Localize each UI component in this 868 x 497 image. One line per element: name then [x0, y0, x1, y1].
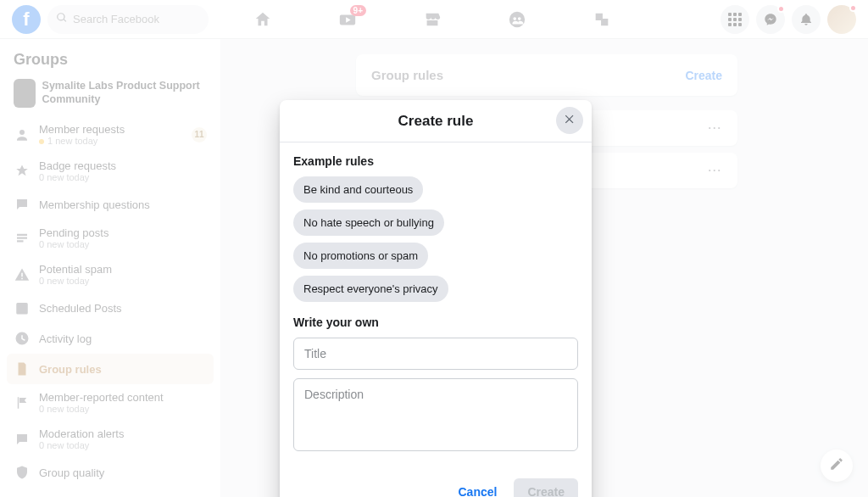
rule-more-icon[interactable]: ··· [709, 165, 722, 176]
sidebar-item-label: Moderation alerts [39, 427, 124, 440]
alert-icon [14, 431, 31, 448]
pending-icon [14, 230, 31, 247]
nav-marketplace[interactable] [407, 0, 458, 39]
badge-icon [14, 163, 31, 180]
sidebar-item-pending-posts[interactable]: Pending posts 0 new today [7, 220, 214, 256]
sidebar-item-subtext: 1 new today [39, 136, 125, 146]
edit-icon [829, 456, 844, 475]
sidebar-item-label: Member-reported content [39, 391, 164, 404]
sidebar-item-group-rules[interactable]: Group rules [7, 354, 214, 384]
modal-title: Create rule [398, 113, 474, 130]
sidebar-item-badge: 11 [192, 127, 207, 142]
sidebar-item-group-quality[interactable]: Group quality [7, 457, 214, 488]
rule-more-icon[interactable]: ··· [709, 122, 722, 134]
nav-groups[interactable] [492, 0, 542, 39]
shield-icon [14, 464, 31, 481]
center-nav: 9+ [237, 0, 627, 39]
flag-icon [14, 394, 31, 411]
cancel-button[interactable]: Cancel [446, 478, 509, 497]
sidebar-item-activity-log[interactable]: Activity log [7, 323, 214, 354]
sidebar-item-grow-group[interactable]: Grow group [7, 488, 214, 497]
sidebar-item-subtext: 0 new today [39, 440, 124, 450]
sidebar-item-label: Scheduled Posts [39, 302, 122, 315]
modal-body: Example rules Be kind and courteous No h… [280, 142, 592, 470]
close-icon [564, 113, 576, 129]
group-rules-heading: Group rules [371, 68, 443, 82]
sidebar-item-member-requests[interactable]: Member requests 1 new today 11 [7, 116, 214, 153]
sidebar-item-label: Group quality [39, 466, 104, 479]
sidebar-item-moderation-alerts[interactable]: Moderation alerts 0 new today [7, 421, 214, 457]
messenger-button[interactable] [756, 5, 785, 34]
rule-description-input[interactable] [293, 378, 578, 451]
group-name: Symalite Labs Product Support Community [42, 80, 207, 106]
sidebar-item-label: Membership questions [39, 198, 150, 211]
rule-title-input[interactable] [293, 338, 578, 370]
write-your-own-label: Write your own [293, 316, 578, 329]
group-rules-card: Group rules Create [356, 54, 737, 96]
sidebar-item-label: Group rules [39, 363, 102, 376]
search-icon [56, 12, 68, 27]
sidebar-item-subtext: 0 new today [39, 276, 112, 286]
sidebar-item-label: Badge requests [39, 159, 116, 172]
example-rule-chip[interactable]: Be kind and courteous [293, 176, 423, 203]
sidebar-item-membership-questions[interactable]: Membership questions [7, 189, 214, 220]
create-button[interactable]: Create [514, 478, 578, 497]
grid-icon [728, 13, 742, 26]
nav-home[interactable] [237, 0, 288, 39]
sidebar-item-label: Activity log [39, 332, 92, 345]
group-header[interactable]: Symalite Labs Product Support Community [7, 75, 214, 116]
question-icon [14, 196, 31, 213]
facebook-logo[interactable]: f [12, 5, 41, 34]
left-sidebar: Groups Symalite Labs Product Support Com… [0, 39, 220, 497]
nav-gaming[interactable] [576, 0, 627, 39]
sidebar-item-subtext: 0 new today [39, 404, 164, 414]
search-input[interactable] [73, 13, 200, 25]
sidebar-item-scheduled-posts[interactable]: Scheduled Posts [7, 293, 214, 323]
example-rules-chips: Be kind and courteous No hate speech or … [293, 176, 578, 302]
watch-badge: 9+ [350, 5, 366, 16]
modal-close-button[interactable] [556, 107, 583, 134]
sidebar-item-potential-spam[interactable]: Potential spam 0 new today [7, 256, 214, 293]
create-rule-modal: Create rule Example rules Be kind and co… [280, 100, 592, 497]
profile-avatar[interactable] [827, 5, 856, 34]
example-rules-label: Example rules [293, 154, 578, 168]
example-rule-chip[interactable]: No promotions or spam [293, 243, 428, 269]
create-rule-link[interactable]: Create [685, 69, 722, 82]
person-add-icon [14, 126, 31, 143]
compose-fab[interactable] [821, 450, 853, 482]
sidebar-title: Groups [7, 47, 214, 75]
rules-icon [14, 360, 31, 377]
sidebar-item-badge-requests[interactable]: Badge requests 0 new today [7, 153, 214, 189]
messenger-notification-dot [777, 5, 785, 13]
menu-grid-button[interactable] [721, 5, 749, 34]
warning-icon [14, 266, 31, 283]
search-wrap[interactable] [47, 5, 209, 34]
sidebar-item-subtext: 0 new today [39, 172, 116, 182]
sidebar-item-subtext: 0 new today [39, 239, 108, 249]
notifications-button[interactable] [792, 5, 821, 34]
example-rule-chip[interactable]: Respect everyone's privacy [293, 276, 448, 302]
sidebar-item-member-reported[interactable]: Member-reported content 0 new today [7, 384, 214, 421]
calendar-icon [14, 299, 31, 316]
example-rule-chip[interactable]: No hate speech or bullying [293, 209, 444, 236]
header-right [721, 5, 856, 34]
clock-icon [14, 330, 31, 347]
nav-watch[interactable]: 9+ [322, 0, 373, 39]
modal-footer: Cancel Create [280, 470, 592, 497]
modal-header: Create rule [280, 100, 592, 142]
sidebar-item-label: Member requests [39, 123, 125, 136]
profile-notification-dot [849, 4, 857, 12]
sidebar-item-label: Potential spam [39, 263, 112, 276]
sidebar-item-label: Pending posts [39, 226, 108, 239]
top-header: f 9+ [0, 0, 868, 39]
group-thumbnail [14, 79, 36, 108]
